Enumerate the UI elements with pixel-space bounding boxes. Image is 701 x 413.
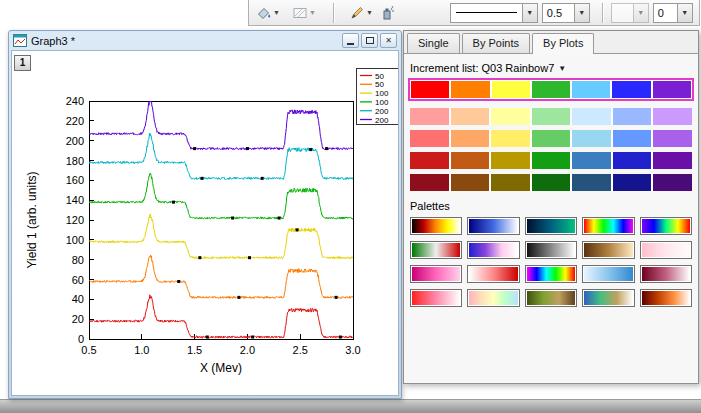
line-style-combo[interactable]: ▼ — [450, 3, 538, 23]
increment-color-cell[interactable] — [410, 130, 449, 147]
data-point-marker[interactable] — [206, 336, 209, 339]
palette-swatch[interactable] — [640, 241, 692, 259]
line-width-combo[interactable]: 0.5 ▼ — [542, 3, 590, 23]
cap-style-combo[interactable]: ▼ — [611, 3, 649, 23]
increment-list-row[interactable]: Increment list: Q03 Rainbow7 ▼ — [410, 62, 692, 74]
increment-color-cell[interactable] — [572, 174, 611, 191]
series-curve[interactable] — [89, 214, 353, 259]
increment-color-cell[interactable] — [572, 152, 611, 169]
increment-color-cell[interactable] — [613, 152, 652, 169]
data-point-marker[interactable] — [231, 217, 234, 220]
increment-color-cell[interactable] — [572, 130, 611, 147]
pattern-button[interactable]: ▼ — [289, 1, 319, 25]
data-point-marker[interactable] — [296, 228, 299, 231]
increment-color-cell[interactable] — [451, 81, 489, 98]
offset-combo[interactable]: 0 ▼ — [653, 3, 693, 23]
palette-swatch[interactable] — [467, 289, 519, 307]
fill-color-button[interactable]: ▼ — [253, 1, 283, 25]
increment-variant-row[interactable] — [410, 152, 692, 169]
plot-area[interactable]: 0.51.01.52.02.53.00204060801001201401601… — [12, 51, 399, 396]
increment-color-cell[interactable] — [491, 152, 530, 169]
data-point-marker[interactable] — [193, 147, 196, 150]
series-curve[interactable] — [89, 255, 353, 298]
increment-color-cell[interactable] — [532, 152, 571, 169]
series-curve[interactable] — [89, 173, 353, 219]
increment-color-cell[interactable] — [653, 152, 692, 169]
data-point-marker[interactable] — [261, 177, 264, 180]
increment-color-cell[interactable] — [532, 130, 571, 147]
tab-by-points[interactable]: By Points — [462, 33, 530, 53]
increment-color-cell[interactable] — [653, 130, 692, 147]
graph-window-titlebar[interactable]: Graph3 * ✕ — [9, 31, 401, 50]
combo-dropdown-icon[interactable]: ▼ — [677, 4, 692, 22]
increment-color-cell[interactable] — [653, 174, 692, 191]
close-button[interactable]: ✕ — [380, 33, 397, 48]
combo-dropdown-icon[interactable]: ▼ — [633, 4, 648, 22]
palette-swatch[interactable] — [582, 241, 634, 259]
data-point-marker[interactable] — [246, 147, 249, 150]
palette-swatch[interactable] — [640, 217, 692, 235]
legend[interactable]: 5050100100200200 — [356, 68, 399, 125]
series-curve[interactable] — [89, 295, 353, 338]
data-point-marker[interactable] — [335, 296, 338, 299]
brush-button[interactable] — [376, 1, 398, 25]
data-point-marker[interactable] — [278, 217, 281, 220]
increment-color-cell[interactable] — [532, 108, 571, 125]
increment-variant-row[interactable] — [410, 130, 692, 147]
palette-swatch[interactable] — [467, 265, 519, 283]
increment-color-cell[interactable] — [451, 108, 490, 125]
data-point-marker[interactable] — [325, 147, 328, 150]
tab-by-plots[interactable]: By Plots — [532, 33, 594, 54]
increment-color-cell[interactable] — [613, 108, 652, 125]
minimize-button[interactable] — [342, 33, 359, 48]
increment-color-cell[interactable] — [451, 152, 490, 169]
increment-variant-row[interactable] — [410, 108, 692, 125]
palette-swatch[interactable] — [582, 265, 634, 283]
palette-swatch[interactable] — [582, 289, 634, 307]
line-color-button[interactable]: ▼ — [346, 1, 376, 25]
increment-color-cell[interactable] — [491, 108, 530, 125]
increment-color-cell[interactable] — [572, 81, 610, 98]
combo-dropdown-icon[interactable]: ▼ — [522, 4, 537, 22]
increment-color-cell[interactable] — [612, 81, 650, 98]
selected-increment-row[interactable] — [408, 78, 694, 101]
data-point-marker[interactable] — [177, 280, 180, 283]
increment-color-cell[interactable] — [411, 81, 449, 98]
increment-color-cell[interactable] — [613, 130, 652, 147]
series-curve[interactable] — [89, 133, 353, 179]
data-point-marker[interactable] — [172, 201, 175, 204]
series-curve[interactable] — [89, 99, 353, 149]
chevron-down-icon[interactable]: ▼ — [558, 64, 566, 73]
restore-button[interactable] — [361, 33, 378, 48]
palette-swatch[interactable] — [525, 241, 577, 259]
increment-color-cell[interactable] — [532, 174, 571, 191]
palette-swatch[interactable] — [410, 265, 462, 283]
increment-color-cell[interactable] — [613, 174, 652, 191]
data-point-marker[interactable] — [309, 148, 312, 151]
palette-swatch[interactable] — [467, 241, 519, 259]
palette-swatch[interactable] — [467, 217, 519, 235]
palette-swatch[interactable] — [582, 217, 634, 235]
data-point-marker[interactable] — [248, 256, 251, 259]
increment-color-cell[interactable] — [572, 108, 611, 125]
combo-dropdown-icon[interactable]: ▼ — [574, 4, 589, 22]
increment-color-cell[interactable] — [451, 130, 490, 147]
data-point-marker[interactable] — [339, 336, 342, 339]
increment-color-cell[interactable] — [410, 108, 449, 125]
palette-swatch[interactable] — [525, 217, 577, 235]
palette-swatch[interactable] — [640, 265, 692, 283]
palette-swatch[interactable] — [410, 241, 462, 259]
data-point-marker[interactable] — [198, 256, 201, 259]
palette-swatch[interactable] — [410, 289, 462, 307]
palette-swatch[interactable] — [410, 217, 462, 235]
increment-color-cell[interactable] — [410, 174, 449, 191]
increment-color-cell[interactable] — [491, 174, 530, 191]
palette-swatch[interactable] — [525, 265, 577, 283]
tab-single[interactable]: Single — [407, 33, 460, 53]
increment-color-cell[interactable] — [653, 81, 691, 98]
increment-variant-row[interactable] — [410, 174, 692, 191]
data-point-marker[interactable] — [237, 296, 240, 299]
layer-1-badge[interactable]: 1 — [14, 55, 31, 71]
data-point-marker[interactable] — [200, 177, 203, 180]
increment-color-cell[interactable] — [451, 174, 490, 191]
